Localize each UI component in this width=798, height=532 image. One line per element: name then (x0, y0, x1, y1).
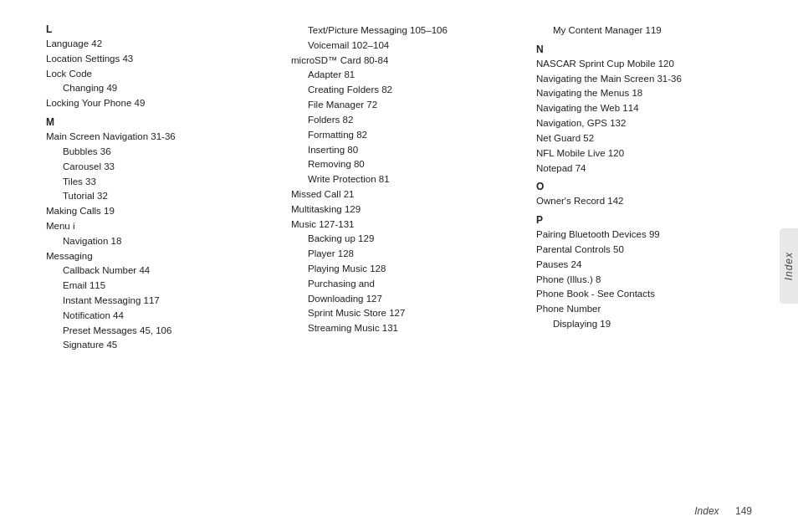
index-entry: Callback Number 44 (46, 263, 274, 279)
section-letter-o: O (536, 181, 765, 192)
side-tab-label: Index (783, 252, 795, 280)
index-entry: Signature 45 (46, 338, 274, 353)
index-entry: Phone Number (536, 302, 765, 317)
column-2: Text/Picture Messaging 105–106Voicemail … (291, 23, 536, 509)
index-entry: Navigating the Menus 18 (536, 86, 765, 101)
index-entry: Locking Your Phone 49 (46, 96, 274, 111)
index-entry: Tiles 33 (46, 175, 274, 190)
index-entry: Instant Messaging 117 (46, 294, 274, 309)
index-entry: Phone (Illus.) 8 (536, 273, 765, 288)
index-entry: Navigation 18 (46, 234, 274, 249)
index-entry: Location Settings 43 (46, 52, 274, 67)
column-3: My Content Manager 119NNASCAR Sprint Cup… (536, 23, 765, 509)
index-entry: Navigating the Web 114 (536, 101, 765, 116)
section-letter-n: N (536, 43, 765, 55)
index-entry: Tutorial 32 (46, 189, 274, 204)
index-entry: NASCAR Sprint Cup Mobile 120 (536, 57, 765, 72)
section-letter-p: P (536, 214, 765, 226)
index-entry: NFL Mobile Live 120 (536, 146, 765, 161)
index-entry: Navigation, GPS 132 (536, 116, 765, 131)
index-entry: Displaying 19 (536, 317, 765, 332)
index-entry: Preset Messages 45, 106 (46, 324, 274, 339)
index-entry: Language 42 (46, 37, 274, 52)
footer-page: 149 (735, 505, 752, 517)
index-entry: Music 127-131 (291, 217, 519, 233)
index-entry: Owner's Record 142 (536, 194, 765, 209)
index-entry: Missed Call 21 (291, 187, 519, 202)
index-entry: Playing Music 128 (291, 262, 519, 277)
index-entry: Navigating the Main Screen 31-36 (536, 72, 765, 87)
page-footer: Index 149 (694, 505, 752, 517)
content-columns: LLanguage 42Location Settings 43Lock Cod… (46, 23, 765, 509)
index-entry: Adapter 81 (291, 68, 519, 83)
index-entry: Voicemail 102–104 (291, 38, 519, 54)
index-entry: Messaging (46, 249, 274, 264)
section-letter-m: M (46, 116, 274, 128)
index-entry: Removing 80 (291, 157, 519, 172)
footer-label: Index (694, 505, 719, 517)
index-entry: Sprint Music Store 127 (291, 306, 519, 321)
index-entry: Streaming Music 131 (291, 321, 519, 336)
index-entry: My Content Manager 119 (536, 23, 765, 38)
index-entry: Phone Book - See Contacts (536, 287, 765, 302)
index-entry: Text/Picture Messaging 105–106 (291, 23, 519, 38)
index-entry: Notification 44 (46, 309, 274, 324)
index-entry: File Manager 72 (291, 98, 519, 113)
index-entry: Bubbles 36 (46, 145, 274, 160)
index-entry: Multitasking 129 (291, 202, 519, 217)
index-entry: Changing 49 (46, 81, 274, 96)
index-entry: Downloading 127 (291, 292, 519, 307)
index-entry: Player 128 (291, 247, 519, 262)
index-entry: Pauses 24 (536, 258, 765, 273)
index-entry: Menu i (46, 219, 274, 234)
index-entry: Carousel 33 (46, 160, 274, 175)
index-entry: Formatting 82 (291, 128, 519, 143)
index-entry: Email 115 (46, 279, 274, 294)
side-tab: Index (780, 228, 798, 304)
index-entry: Pairing Bluetooth Devices 99 (536, 228, 765, 243)
index-entry: Write Protection 81 (291, 172, 519, 187)
section-letter-l: L (46, 23, 274, 35)
index-entry: Main Screen Navigation 31-36 (46, 130, 274, 145)
index-entry: Creating Folders 82 (291, 83, 519, 98)
index-entry: Making Calls 19 (46, 204, 274, 219)
index-entry: Parental Controls 50 (536, 243, 765, 258)
index-entry: Purchasing and (291, 277, 519, 292)
index-entry: Folders 82 (291, 113, 519, 128)
index-entry: Notepad 74 (536, 161, 765, 176)
index-entry: microSD™ Card 80-84 (291, 54, 519, 69)
index-entry: Inserting 80 (291, 143, 519, 158)
index-entry: Net Guard 52 (536, 131, 765, 146)
page: Index LLanguage 42Location Settings 43Lo… (0, 0, 798, 532)
index-entry: Backing up 129 (291, 232, 519, 247)
index-entry: Lock Code (46, 67, 274, 82)
column-1: LLanguage 42Location Settings 43Lock Cod… (46, 23, 291, 509)
